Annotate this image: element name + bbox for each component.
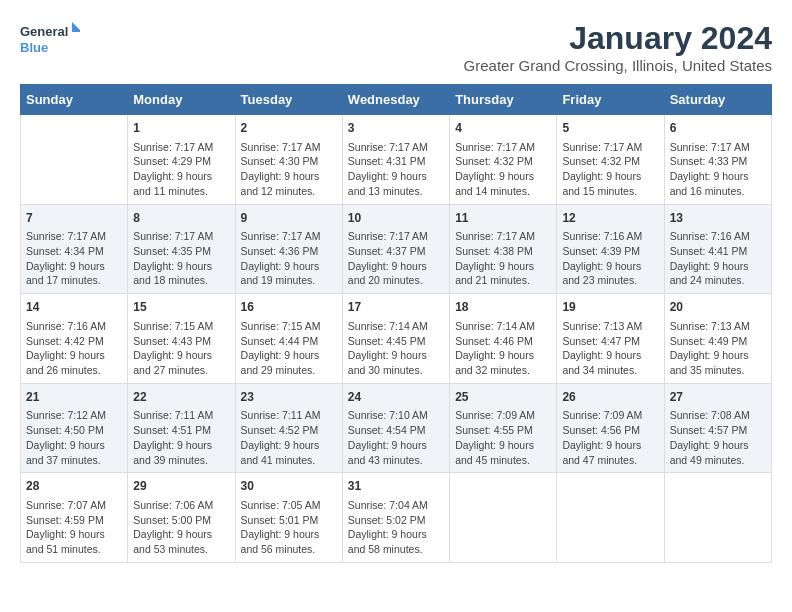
day-number: 21: [26, 389, 122, 406]
day-number: 6: [670, 120, 766, 137]
title-area: January 2024 Greater Grand Crossing, Ill…: [464, 20, 772, 74]
calendar-cell: [21, 115, 128, 205]
calendar-cell: 4Sunrise: 7:17 AM Sunset: 4:32 PM Daylig…: [450, 115, 557, 205]
day-content: Sunrise: 7:17 AM Sunset: 4:37 PM Dayligh…: [348, 229, 444, 288]
day-number: 17: [348, 299, 444, 316]
day-number: 7: [26, 210, 122, 227]
day-number: 8: [133, 210, 229, 227]
day-number: 19: [562, 299, 658, 316]
calendar-cell: 31Sunrise: 7:04 AM Sunset: 5:02 PM Dayli…: [342, 473, 449, 563]
day-content: Sunrise: 7:16 AM Sunset: 4:39 PM Dayligh…: [562, 229, 658, 288]
week-row-4: 21Sunrise: 7:12 AM Sunset: 4:50 PM Dayli…: [21, 383, 772, 473]
day-content: Sunrise: 7:16 AM Sunset: 4:41 PM Dayligh…: [670, 229, 766, 288]
day-number: 12: [562, 210, 658, 227]
day-number: 5: [562, 120, 658, 137]
day-content: Sunrise: 7:11 AM Sunset: 4:51 PM Dayligh…: [133, 408, 229, 467]
day-content: Sunrise: 7:15 AM Sunset: 4:43 PM Dayligh…: [133, 319, 229, 378]
day-number: 10: [348, 210, 444, 227]
calendar-cell: 23Sunrise: 7:11 AM Sunset: 4:52 PM Dayli…: [235, 383, 342, 473]
day-number: 20: [670, 299, 766, 316]
day-number: 4: [455, 120, 551, 137]
day-content: Sunrise: 7:06 AM Sunset: 5:00 PM Dayligh…: [133, 498, 229, 557]
calendar-table: SundayMondayTuesdayWednesdayThursdayFrid…: [20, 84, 772, 563]
day-content: Sunrise: 7:17 AM Sunset: 4:36 PM Dayligh…: [241, 229, 337, 288]
calendar-cell: 9Sunrise: 7:17 AM Sunset: 4:36 PM Daylig…: [235, 204, 342, 294]
day-content: Sunrise: 7:04 AM Sunset: 5:02 PM Dayligh…: [348, 498, 444, 557]
header-day-friday: Friday: [557, 85, 664, 115]
svg-marker-2: [72, 22, 80, 32]
day-content: Sunrise: 7:13 AM Sunset: 4:49 PM Dayligh…: [670, 319, 766, 378]
day-content: Sunrise: 7:16 AM Sunset: 4:42 PM Dayligh…: [26, 319, 122, 378]
calendar-cell: 11Sunrise: 7:17 AM Sunset: 4:38 PM Dayli…: [450, 204, 557, 294]
calendar-cell: 18Sunrise: 7:14 AM Sunset: 4:46 PM Dayli…: [450, 294, 557, 384]
day-content: Sunrise: 7:17 AM Sunset: 4:30 PM Dayligh…: [241, 140, 337, 199]
calendar-cell: 19Sunrise: 7:13 AM Sunset: 4:47 PM Dayli…: [557, 294, 664, 384]
page-subtitle: Greater Grand Crossing, Illinois, United…: [464, 57, 772, 74]
day-content: Sunrise: 7:05 AM Sunset: 5:01 PM Dayligh…: [241, 498, 337, 557]
day-content: Sunrise: 7:17 AM Sunset: 4:32 PM Dayligh…: [562, 140, 658, 199]
calendar-cell: 30Sunrise: 7:05 AM Sunset: 5:01 PM Dayli…: [235, 473, 342, 563]
svg-text:Blue: Blue: [20, 40, 48, 55]
calendar-cell: 22Sunrise: 7:11 AM Sunset: 4:51 PM Dayli…: [128, 383, 235, 473]
day-number: 30: [241, 478, 337, 495]
day-content: Sunrise: 7:09 AM Sunset: 4:55 PM Dayligh…: [455, 408, 551, 467]
calendar-cell: 25Sunrise: 7:09 AM Sunset: 4:55 PM Dayli…: [450, 383, 557, 473]
page-title: January 2024: [464, 20, 772, 57]
calendar-cell: 12Sunrise: 7:16 AM Sunset: 4:39 PM Dayli…: [557, 204, 664, 294]
day-content: Sunrise: 7:10 AM Sunset: 4:54 PM Dayligh…: [348, 408, 444, 467]
calendar-cell: 1Sunrise: 7:17 AM Sunset: 4:29 PM Daylig…: [128, 115, 235, 205]
day-content: Sunrise: 7:13 AM Sunset: 4:47 PM Dayligh…: [562, 319, 658, 378]
day-content: Sunrise: 7:17 AM Sunset: 4:32 PM Dayligh…: [455, 140, 551, 199]
calendar-cell: 3Sunrise: 7:17 AM Sunset: 4:31 PM Daylig…: [342, 115, 449, 205]
calendar-body: 1Sunrise: 7:17 AM Sunset: 4:29 PM Daylig…: [21, 115, 772, 563]
day-content: Sunrise: 7:17 AM Sunset: 4:34 PM Dayligh…: [26, 229, 122, 288]
week-row-5: 28Sunrise: 7:07 AM Sunset: 4:59 PM Dayli…: [21, 473, 772, 563]
calendar-cell: 6Sunrise: 7:17 AM Sunset: 4:33 PM Daylig…: [664, 115, 771, 205]
week-row-3: 14Sunrise: 7:16 AM Sunset: 4:42 PM Dayli…: [21, 294, 772, 384]
day-number: 28: [26, 478, 122, 495]
day-number: 18: [455, 299, 551, 316]
calendar-cell: 29Sunrise: 7:06 AM Sunset: 5:00 PM Dayli…: [128, 473, 235, 563]
day-number: 3: [348, 120, 444, 137]
day-number: 31: [348, 478, 444, 495]
header-day-thursday: Thursday: [450, 85, 557, 115]
calendar-cell: 27Sunrise: 7:08 AM Sunset: 4:57 PM Dayli…: [664, 383, 771, 473]
calendar-cell: 16Sunrise: 7:15 AM Sunset: 4:44 PM Dayli…: [235, 294, 342, 384]
day-number: 23: [241, 389, 337, 406]
day-content: Sunrise: 7:17 AM Sunset: 4:31 PM Dayligh…: [348, 140, 444, 199]
day-number: 13: [670, 210, 766, 227]
header-row: SundayMondayTuesdayWednesdayThursdayFrid…: [21, 85, 772, 115]
day-content: Sunrise: 7:14 AM Sunset: 4:45 PM Dayligh…: [348, 319, 444, 378]
day-number: 22: [133, 389, 229, 406]
day-number: 15: [133, 299, 229, 316]
logo: General Blue: [20, 20, 80, 60]
calendar-cell: [664, 473, 771, 563]
calendar-header: SundayMondayTuesdayWednesdayThursdayFrid…: [21, 85, 772, 115]
day-content: Sunrise: 7:09 AM Sunset: 4:56 PM Dayligh…: [562, 408, 658, 467]
calendar-cell: [450, 473, 557, 563]
calendar-cell: 7Sunrise: 7:17 AM Sunset: 4:34 PM Daylig…: [21, 204, 128, 294]
day-number: 11: [455, 210, 551, 227]
week-row-1: 1Sunrise: 7:17 AM Sunset: 4:29 PM Daylig…: [21, 115, 772, 205]
day-content: Sunrise: 7:17 AM Sunset: 4:38 PM Dayligh…: [455, 229, 551, 288]
calendar-cell: 2Sunrise: 7:17 AM Sunset: 4:30 PM Daylig…: [235, 115, 342, 205]
day-number: 27: [670, 389, 766, 406]
day-number: 1: [133, 120, 229, 137]
day-number: 25: [455, 389, 551, 406]
day-number: 24: [348, 389, 444, 406]
header: General Blue January 2024 Greater Grand …: [20, 20, 772, 74]
header-day-saturday: Saturday: [664, 85, 771, 115]
header-day-sunday: Sunday: [21, 85, 128, 115]
calendar-cell: 26Sunrise: 7:09 AM Sunset: 4:56 PM Dayli…: [557, 383, 664, 473]
logo-svg: General Blue: [20, 20, 80, 60]
day-content: Sunrise: 7:15 AM Sunset: 4:44 PM Dayligh…: [241, 319, 337, 378]
calendar-cell: 15Sunrise: 7:15 AM Sunset: 4:43 PM Dayli…: [128, 294, 235, 384]
week-row-2: 7Sunrise: 7:17 AM Sunset: 4:34 PM Daylig…: [21, 204, 772, 294]
day-content: Sunrise: 7:07 AM Sunset: 4:59 PM Dayligh…: [26, 498, 122, 557]
calendar-cell: 10Sunrise: 7:17 AM Sunset: 4:37 PM Dayli…: [342, 204, 449, 294]
day-number: 9: [241, 210, 337, 227]
day-content: Sunrise: 7:08 AM Sunset: 4:57 PM Dayligh…: [670, 408, 766, 467]
calendar-cell: 13Sunrise: 7:16 AM Sunset: 4:41 PM Dayli…: [664, 204, 771, 294]
calendar-cell: 17Sunrise: 7:14 AM Sunset: 4:45 PM Dayli…: [342, 294, 449, 384]
calendar-cell: 28Sunrise: 7:07 AM Sunset: 4:59 PM Dayli…: [21, 473, 128, 563]
